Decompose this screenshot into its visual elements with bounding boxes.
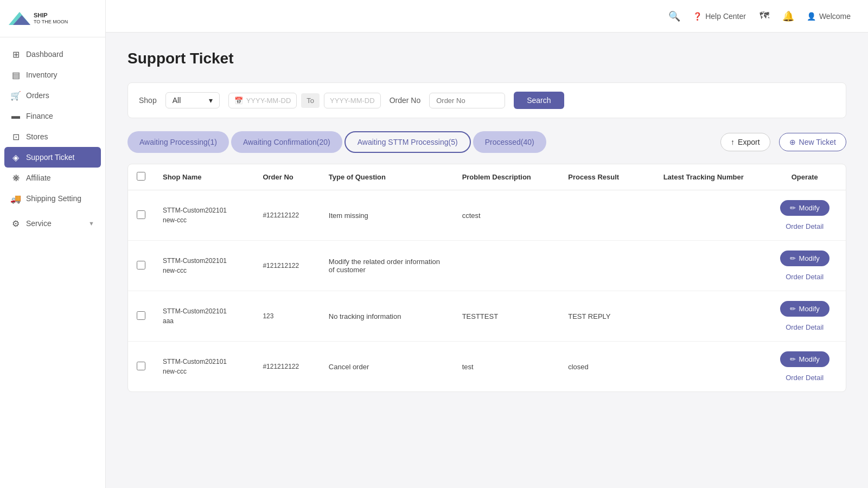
date-to-label: To xyxy=(301,93,320,108)
row-operate: ✏ Modify Order Detail xyxy=(763,342,846,392)
sidebar-item-support-ticket[interactable]: ◈ Support Ticket xyxy=(4,147,101,168)
row-operate: ✏ Modify Order Detail xyxy=(763,190,846,241)
row-process-result xyxy=(559,190,643,241)
row-order-no: #121212122 xyxy=(254,241,320,291)
table-row: STTM-Custom202101 new-ccc #121212122 Mod… xyxy=(128,241,846,291)
sidebar-item-label: Support Ticket xyxy=(26,153,75,162)
header-latest-tracking-number: Latest Tracking Number xyxy=(643,164,763,190)
row-type-of-question: Cancel order xyxy=(320,342,454,392)
row-checkbox-cell xyxy=(128,190,154,241)
table-row: STTM-Custom202101 aaa 123 No tracking in… xyxy=(128,291,846,342)
tab-awaiting-processing[interactable]: Awaiting Processing(1) xyxy=(127,131,229,153)
row-checkbox-3[interactable] xyxy=(137,362,145,370)
row-problem-description: TESTTEST xyxy=(454,291,560,342)
sidebar-item-label: Stores xyxy=(26,132,48,141)
sidebar-item-shipping-setting[interactable]: 🚚 Shipping Setting xyxy=(0,188,105,209)
logo: SHIP TO THE MOON xyxy=(9,10,97,27)
row-type-of-question: Item missing xyxy=(320,190,454,241)
order-detail-link-3[interactable]: Order Detail xyxy=(786,374,824,382)
row-order-no: #121212122 xyxy=(254,342,320,392)
table-row: STTM-Custom202101 new-ccc #121212122 Can… xyxy=(128,342,846,392)
row-checkbox-2[interactable] xyxy=(137,311,145,320)
tabs-row: Awaiting Processing(1) Awaiting Confirma… xyxy=(127,131,846,153)
row-operate: ✏ Modify Order Detail xyxy=(763,291,846,342)
header-order-no: Order No xyxy=(254,164,320,190)
order-detail-link-1[interactable]: Order Detail xyxy=(786,273,824,281)
date-to-input[interactable]: YYYY-MM-DD xyxy=(324,93,381,108)
sidebar-item-inventory[interactable]: ▤ Inventory xyxy=(0,65,105,85)
order-detail-link-0[interactable]: Order Detail xyxy=(786,222,824,230)
tab-processed[interactable]: Processed(40) xyxy=(473,131,546,153)
service-chevron-icon: ▼ xyxy=(88,220,94,227)
sidebar-navigation: ⊞ Dashboard ▤ Inventory 🛒 Orders ▬ Finan… xyxy=(0,37,105,488)
tab-awaiting-confirmation[interactable]: Awaiting Confirmation(20) xyxy=(231,131,342,153)
topbar: 🔍 ❓ Help Center 🗺 🔔 👤 Welcome xyxy=(106,0,868,33)
tab-group: Awaiting Processing(1) Awaiting Confirma… xyxy=(127,131,548,153)
order-no-input[interactable] xyxy=(429,93,505,108)
service-label: Service xyxy=(26,219,52,228)
row-latest-tracking-number xyxy=(643,241,763,291)
help-center-button[interactable]: ❓ Help Center xyxy=(693,12,746,21)
sidebar-item-label: Dashboard xyxy=(26,50,63,59)
tickets-table-container: Shop Name Order No Type of Question Prob… xyxy=(127,164,846,392)
table-row: STTM-Custom202101 new-ccc #121212122 Ite… xyxy=(128,190,846,241)
header-type-of-question: Type of Question xyxy=(320,164,454,190)
row-shop-name: STTM-Custom202101 new-ccc xyxy=(154,342,254,392)
logo-text: SHIP TO THE MOON xyxy=(34,12,68,25)
modify-button-1[interactable]: ✏ Modify xyxy=(780,251,829,266)
search-icon[interactable]: 🔍 xyxy=(669,11,680,22)
logo-icon xyxy=(9,10,30,27)
export-icon: ↑ xyxy=(731,138,735,146)
export-button[interactable]: ↑ Export xyxy=(720,133,770,151)
sidebar-item-label: Inventory xyxy=(26,70,58,79)
modify-button-3[interactable]: ✏ Modify xyxy=(780,351,829,367)
shop-filter-label: Shop xyxy=(139,96,157,105)
modify-button-2[interactable]: ✏ Modify xyxy=(780,301,829,317)
sidebar-item-orders[interactable]: 🛒 Orders xyxy=(0,85,105,106)
calendar-icon: 📅 xyxy=(234,97,243,105)
sidebar-item-stores[interactable]: ⊡ Stores xyxy=(0,126,105,147)
finance-icon: ▬ xyxy=(11,111,21,121)
modify-button-0[interactable]: ✏ Modify xyxy=(780,200,829,216)
map-icon[interactable]: 🗺 xyxy=(759,11,770,22)
search-button[interactable]: Search xyxy=(514,92,564,109)
support-ticket-icon: ◈ xyxy=(11,152,21,162)
bell-icon[interactable]: 🔔 xyxy=(783,11,794,22)
sidebar-item-label: Shipping Setting xyxy=(26,194,81,203)
row-shop-name: STTM-Custom202101 new-ccc xyxy=(154,190,254,241)
sidebar-item-service[interactable]: ⚙ Service ▼ xyxy=(0,213,105,234)
date-from-placeholder: YYYY-MM-DD xyxy=(246,97,291,105)
shipping-icon: 🚚 xyxy=(11,194,21,203)
row-problem-description: cctest xyxy=(454,190,560,241)
edit-icon: ✏ xyxy=(790,254,796,262)
tab-awaiting-sttm[interactable]: Awaiting STTM Processing(5) xyxy=(344,131,471,153)
shop-select[interactable]: All ▾ xyxy=(165,92,220,108)
welcome-button[interactable]: 👤 Welcome xyxy=(807,12,851,21)
row-checkbox-0[interactable] xyxy=(137,210,145,219)
sidebar-item-finance[interactable]: ▬ Finance xyxy=(0,106,105,126)
select-all-checkbox[interactable] xyxy=(137,172,145,181)
row-latest-tracking-number xyxy=(643,342,763,392)
row-latest-tracking-number xyxy=(643,190,763,241)
sidebar-item-label: Affiliate xyxy=(26,174,51,182)
date-from-input[interactable]: 📅 YYYY-MM-DD xyxy=(228,93,297,108)
header-process-result: Process Result xyxy=(559,164,643,190)
edit-icon: ✏ xyxy=(790,355,796,363)
order-detail-link-2[interactable]: Order Detail xyxy=(786,323,824,331)
sidebar-item-affiliate[interactable]: ❋ Affiliate xyxy=(0,168,105,188)
row-process-result: closed xyxy=(559,342,643,392)
edit-icon: ✏ xyxy=(790,305,796,313)
sidebar-item-dashboard[interactable]: ⊞ Dashboard xyxy=(0,44,105,65)
row-checkbox-1[interactable] xyxy=(137,261,145,269)
row-checkbox-cell xyxy=(128,342,154,392)
service-icon: ⚙ xyxy=(11,219,21,228)
new-ticket-button[interactable]: ⊕ New Ticket xyxy=(779,133,846,151)
help-center-label: Help Center xyxy=(705,12,746,21)
row-type-of-question: No tracking information xyxy=(320,291,454,342)
filter-bar: Shop All ▾ 📅 YYYY-MM-DD To YYYY-MM-DD Or… xyxy=(127,82,846,118)
main-content: 🔍 ❓ Help Center 🗺 🔔 👤 Welcome Support Ti… xyxy=(106,0,868,488)
row-operate: ✏ Modify Order Detail xyxy=(763,241,846,291)
header-operate: Operate xyxy=(763,164,846,190)
new-ticket-label: New Ticket xyxy=(799,138,836,146)
header-shop-name: Shop Name xyxy=(154,164,254,190)
